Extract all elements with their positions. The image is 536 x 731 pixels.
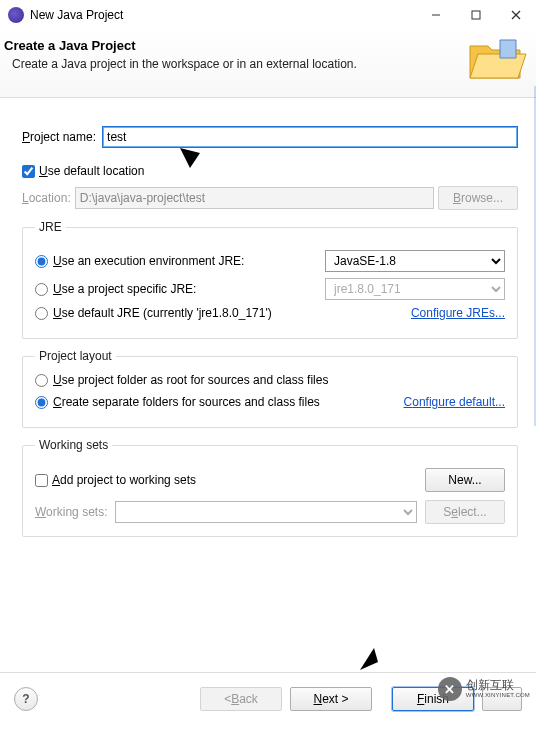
layout-separate-row: Create separate folders for sources and … (35, 395, 505, 409)
location-row: Location: Browse... (22, 186, 518, 210)
layout-root-radio[interactable]: Use project folder as root for sources a… (35, 373, 328, 387)
working-sets-label: Working sets: (35, 505, 107, 519)
location-label: Location: (22, 191, 71, 205)
working-sets-legend: Working sets (35, 438, 112, 452)
project-layout-legend: Project layout (35, 349, 116, 363)
wizard-content: Project name: Use default location Locat… (0, 98, 536, 551)
jre-default-row: Use default JRE (currently 'jre1.8.0_171… (35, 306, 505, 320)
jre-specific-row: Use a project specific JRE: jre1.8.0_171 (35, 278, 505, 300)
jre-specific-select[interactable]: jre1.8.0_171 (325, 278, 505, 300)
add-working-sets-checkbox[interactable]: Add project to working sets (35, 473, 196, 487)
new-working-set-button[interactable]: New... (425, 468, 505, 492)
add-working-sets-row: Add project to working sets New... (35, 468, 505, 492)
close-button[interactable] (496, 1, 536, 29)
minimize-button[interactable] (416, 1, 456, 29)
jre-env-select[interactable]: JavaSE-1.8 (325, 250, 505, 272)
next-button[interactable]: Next > (290, 687, 372, 711)
watermark-text: 创新互联 WWW.XINYINET.COM (466, 679, 530, 699)
window-title: New Java Project (30, 8, 416, 22)
maximize-button[interactable] (456, 1, 496, 29)
location-input[interactable] (75, 187, 434, 209)
jre-legend: JRE (35, 220, 66, 234)
jre-specific-radio[interactable]: Use a project specific JRE: (35, 282, 285, 296)
use-default-location-checkbox[interactable]: Use default location (22, 164, 144, 178)
configure-jres-link[interactable]: Configure JREs... (411, 306, 505, 320)
folder-icon (464, 34, 528, 82)
jre-env-row: Use an execution environment JRE: JavaSE… (35, 250, 505, 272)
svg-marker-6 (500, 40, 516, 58)
working-sets-select[interactable] (115, 501, 417, 523)
project-name-input[interactable] (102, 126, 518, 148)
layout-root-row: Use project folder as root for sources a… (35, 373, 505, 387)
browse-button[interactable]: Browse... (438, 186, 518, 210)
jre-group: JRE Use an execution environment JRE: Ja… (22, 220, 518, 339)
use-default-location-row: Use default location (22, 164, 518, 178)
wizard-header: Create a Java Project Create a Java proj… (0, 30, 536, 98)
svg-marker-10 (360, 648, 378, 670)
svg-marker-5 (470, 54, 526, 78)
layout-separate-radio[interactable]: Create separate folders for sources and … (35, 395, 320, 409)
svg-line-9 (360, 600, 420, 670)
jre-env-radio[interactable]: Use an execution environment JRE: (35, 254, 285, 268)
wizard-title: Create a Java Project (4, 38, 524, 53)
watermark-logo-icon: ✕ (438, 677, 462, 701)
project-name-label: Project name: (22, 130, 96, 144)
svg-rect-1 (472, 11, 480, 19)
project-name-row: Project name: (22, 126, 518, 148)
use-default-location-input[interactable] (22, 165, 35, 178)
wizard-subtitle: Create a Java project in the workspace o… (12, 57, 524, 71)
working-sets-group: Working sets Add project to working sets… (22, 438, 518, 537)
select-working-set-button[interactable]: Select... (425, 500, 505, 524)
title-bar: New Java Project (0, 0, 536, 30)
project-layout-group: Project layout Use project folder as roo… (22, 349, 518, 428)
working-sets-select-row: Working sets: Select... (35, 500, 505, 524)
help-button[interactable]: ? (14, 687, 38, 711)
app-icon (8, 7, 24, 23)
configure-default-link[interactable]: Configure default... (404, 395, 505, 409)
watermark: ✕ 创新互联 WWW.XINYINET.COM (438, 677, 530, 701)
back-button[interactable]: < Back (200, 687, 282, 711)
jre-default-radio[interactable]: Use default JRE (currently 'jre1.8.0_171… (35, 306, 285, 320)
